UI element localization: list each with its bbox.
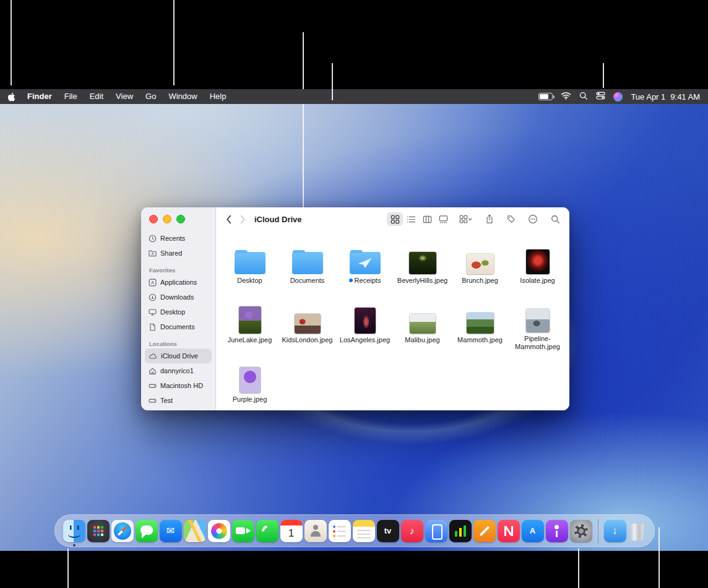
folder-icon bbox=[350, 252, 381, 274]
file-grid: Desktop Documents Receipts BeverlyHills.… bbox=[221, 243, 566, 410]
menu-view[interactable]: View bbox=[110, 89, 139, 104]
file-purple[interactable]: Purple.jpeg bbox=[221, 362, 278, 410]
sidebar-item-applications[interactable]: A Applications bbox=[145, 275, 212, 290]
dock-calendar[interactable]: 1 bbox=[280, 520, 303, 542]
dock-safari[interactable] bbox=[111, 520, 134, 542]
dock-reminders[interactable] bbox=[329, 520, 351, 542]
icloud-icon bbox=[149, 353, 157, 360]
sidebar-item-desktop[interactable]: Desktop bbox=[145, 305, 212, 319]
desktop: Finder File Edit View Go Window Help Tue… bbox=[0, 0, 708, 588]
close-button[interactable] bbox=[149, 215, 158, 223]
callout-line bbox=[658, 527, 660, 588]
control-center-icon[interactable] bbox=[596, 91, 605, 102]
sidebar-item-documents[interactable]: Documents bbox=[145, 319, 212, 334]
file-label: Brunch.jpeg bbox=[462, 277, 498, 285]
dock-stocks[interactable] bbox=[449, 520, 472, 542]
icon-view-button[interactable] bbox=[387, 212, 403, 226]
sidebar-item-recents[interactable]: Recents bbox=[145, 231, 212, 246]
dock-contacts[interactable] bbox=[304, 520, 327, 542]
back-button[interactable] bbox=[226, 215, 231, 224]
dock-messages[interactable] bbox=[136, 520, 158, 542]
file-losangeles[interactable]: LosAngeles.jpeg bbox=[336, 303, 394, 351]
sidebar-item-shared[interactable]: Shared bbox=[145, 246, 212, 261]
dock-phone[interactable] bbox=[256, 520, 278, 542]
callout-line bbox=[603, 63, 604, 88]
file-brunch[interactable]: Brunch.jpeg bbox=[451, 243, 509, 292]
dock-facetime[interactable] bbox=[232, 520, 254, 542]
forward-button[interactable] bbox=[240, 215, 246, 224]
finder-window: Recents Shared Favorites A Applications … bbox=[141, 207, 569, 410]
dock-apple-tv[interactable]: tv bbox=[377, 520, 399, 542]
minimize-button[interactable] bbox=[163, 215, 171, 223]
sidebar-item-macintosh-hd[interactable]: Macintosh HD bbox=[145, 378, 212, 393]
file-documents-folder[interactable]: Documents bbox=[278, 243, 336, 292]
dock-app-store[interactable]: A bbox=[522, 520, 544, 542]
file-label: Receipts bbox=[349, 277, 381, 285]
file-desktop-folder[interactable]: Desktop bbox=[221, 243, 278, 292]
tags-button[interactable] bbox=[503, 212, 519, 226]
wifi-icon[interactable] bbox=[561, 92, 571, 102]
dock-iphone-mirroring[interactable] bbox=[425, 520, 447, 542]
share-button[interactable] bbox=[481, 212, 498, 226]
dock-trash[interactable] bbox=[628, 520, 647, 542]
file-label: KidsLondon.jpeg bbox=[282, 336, 333, 344]
dock-divider bbox=[598, 519, 598, 543]
dock-podcasts[interactable] bbox=[546, 520, 568, 542]
zoom-button[interactable] bbox=[176, 215, 185, 223]
group-by-button[interactable] bbox=[459, 215, 473, 224]
dock-photos[interactable] bbox=[208, 520, 230, 542]
dock-maps[interactable] bbox=[184, 520, 206, 542]
file-pipeline-mammoth[interactable]: Pipeline-Mammoth.jpeg bbox=[509, 303, 566, 351]
file-kidslondon[interactable]: KidsLondon.jpeg bbox=[278, 303, 336, 351]
menu-edit[interactable]: Edit bbox=[84, 89, 110, 104]
launchpad-icon bbox=[87, 520, 110, 542]
downloads-icon bbox=[149, 293, 157, 301]
file-label: Isolate.jpeg bbox=[520, 277, 555, 285]
photos-icon bbox=[208, 520, 230, 542]
apple-menu[interactable] bbox=[7, 92, 21, 102]
file-isolate[interactable]: Isolate.jpeg bbox=[509, 243, 566, 292]
file-beverlyhills[interactable]: BeverlyHills.jpeg bbox=[394, 243, 451, 292]
menu-finder[interactable]: Finder bbox=[21, 89, 58, 104]
dock-mail[interactable]: ✉ bbox=[160, 520, 182, 542]
image-thumbnail bbox=[526, 309, 550, 332]
callout-line bbox=[67, 548, 69, 588]
file-malibu[interactable]: Malibu.jpeg bbox=[394, 303, 451, 351]
spotlight-icon[interactable] bbox=[579, 92, 588, 102]
battery-icon[interactable] bbox=[538, 93, 553, 100]
dock-downloads-folder[interactable]: ↓ bbox=[604, 520, 626, 542]
more-actions-button[interactable] bbox=[525, 212, 541, 226]
menu-go[interactable]: Go bbox=[139, 89, 162, 104]
clock-icon bbox=[149, 235, 157, 243]
notes-icon bbox=[353, 520, 375, 542]
menu-bar-clock[interactable]: Tue Apr 1 9:41 AM bbox=[631, 92, 700, 102]
app-store-icon: A bbox=[522, 520, 544, 542]
dock-system-settings[interactable] bbox=[570, 520, 592, 542]
pages-icon bbox=[473, 520, 496, 542]
file-junelake[interactable]: JuneLake.jpeg bbox=[221, 303, 278, 351]
dock-finder[interactable] bbox=[63, 520, 85, 542]
file-mammoth[interactable]: Mammoth.jpeg bbox=[451, 303, 509, 351]
dock-music[interactable]: ♪ bbox=[401, 520, 423, 542]
menu-file[interactable]: File bbox=[58, 89, 84, 104]
search-button[interactable] bbox=[551, 215, 560, 224]
dock-launchpad[interactable] bbox=[87, 520, 110, 542]
envelope-glyph: ✉ bbox=[160, 520, 182, 542]
menu-window[interactable]: Window bbox=[162, 89, 203, 104]
dock-notes[interactable] bbox=[353, 520, 375, 542]
folder-icon bbox=[235, 252, 266, 274]
sidebar-item-downloads[interactable]: Downloads bbox=[145, 290, 212, 305]
sidebar-item-dannyrico1[interactable]: dannyrico1 bbox=[145, 363, 212, 378]
sidebar-item-icloud-drive[interactable]: iCloud Drive bbox=[145, 348, 212, 363]
sidebar-item-test[interactable]: Test bbox=[145, 393, 212, 408]
file-receipts-folder[interactable]: Receipts bbox=[336, 243, 394, 292]
dock-news[interactable] bbox=[498, 520, 520, 542]
siri-icon[interactable] bbox=[613, 92, 623, 102]
phone-icon bbox=[256, 520, 278, 542]
list-view-button[interactable] bbox=[403, 212, 419, 226]
dock-pages[interactable] bbox=[473, 520, 496, 542]
menu-help[interactable]: Help bbox=[204, 89, 233, 104]
column-view-button[interactable] bbox=[419, 212, 435, 226]
sidebar-label: Shared bbox=[160, 249, 182, 257]
gallery-view-button[interactable] bbox=[435, 212, 451, 226]
